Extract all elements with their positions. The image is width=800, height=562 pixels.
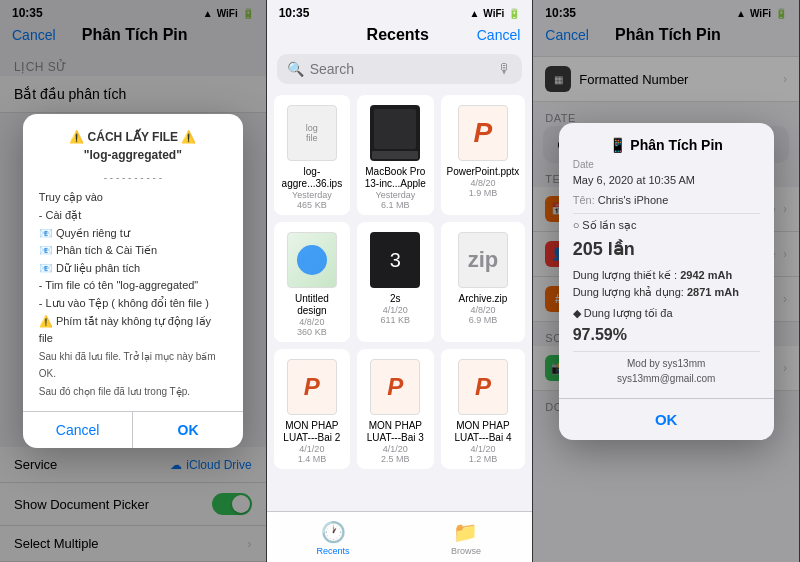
nav-title-2: Recents — [319, 26, 477, 44]
file-item-4[interactable]: Untitled design 4/8/20360 KB — [274, 222, 350, 342]
browse-label: Browse — [451, 546, 481, 556]
status-icons-2: ▲ WiFi 🔋 — [469, 8, 520, 19]
alert-overlay: 📱 Phân Tích Pin Date May 6, 2020 at 10:3… — [533, 0, 799, 562]
file-name-3: PowerPoint.pptx — [447, 166, 520, 178]
alert-count-line: ○ Số lần sạc — [573, 217, 760, 234]
signal-icon-2: ▲ — [469, 8, 479, 19]
cancel-button-2[interactable]: Cancel — [477, 27, 521, 43]
file-thumb-3: P — [455, 103, 511, 163]
alert-box: 📱 Phân Tích Pin Date May 6, 2020 at 10:3… — [559, 123, 774, 440]
alert-divider-1 — [573, 213, 760, 214]
file-meta-6: 4/8/206.9 MB — [469, 305, 498, 325]
file-meta-1: Yesterday465 KB — [292, 190, 332, 210]
recents-icon: 🕐 — [321, 520, 346, 544]
modal-title: ⚠️ CÁCH LẤY FILE ⚠️"log-aggregated" — [39, 128, 227, 164]
alert-max-value: 97.59% — [573, 323, 760, 347]
tab-recents[interactable]: 🕐 Recents — [267, 520, 400, 556]
zip-icon: zip — [468, 247, 499, 273]
file-item-7[interactable]: P MON PHAP LUAT---Bai 2 4/1/201.4 MB — [274, 349, 350, 469]
bottom-tabs: 🕐 Recents 📁 Browse — [267, 511, 533, 562]
file-meta-5: 4/1/20611 KB — [381, 305, 411, 325]
nav-bar-2: Recents Cancel — [267, 22, 533, 50]
alert-name-line: Tên: Chris's iPhone — [573, 192, 760, 209]
panel-1: 10:35 ▲ WiFi 🔋 Cancel Phân Tích Pin Lịch… — [0, 0, 267, 562]
modal-body: Truy cập vào - Cài đặt 📧 Quyền riêng tư … — [39, 189, 227, 400]
file-meta-2: Yesterday6.1 MB — [375, 190, 415, 210]
alert-title: 📱 Phân Tích Pin — [559, 123, 774, 157]
status-bar-2: 10:35 ▲ WiFi 🔋 — [267, 0, 533, 22]
file-thumb-8: P — [367, 357, 423, 417]
alert-design-cap-line: Dung lượng thiết kế : 2942 mAh — [573, 267, 760, 284]
alert-name-value: Chris's iPhone — [598, 194, 669, 206]
alert-body: Date May 6, 2020 at 10:35 AM Tên: Chris'… — [559, 157, 774, 398]
file-thumb-2 — [367, 103, 423, 163]
file-thumb-6: zip — [455, 230, 511, 290]
alert-mod-text: Mod by sys13mmsys13mm@gmail.com — [573, 356, 760, 386]
file-name-5: 2s — [390, 293, 401, 305]
file-thumb-4 — [284, 230, 340, 290]
modal-actions: Cancel OK — [23, 411, 243, 448]
pptx-icon: P — [474, 117, 493, 149]
alert-ok-button[interactable]: OK — [559, 398, 774, 440]
file-item-2[interactable]: MacBook Pro 13-inc...Apple Yesterday6.1 … — [357, 95, 433, 215]
modal-ok-button[interactable]: OK — [132, 412, 243, 448]
file-name-1: log-aggre...36.ips — [280, 166, 344, 190]
modal-overlay-1: ⚠️ CÁCH LẤY FILE ⚠️"log-aggregated" - - … — [0, 0, 266, 562]
panel-3: 10:35 ▲ WiFi 🔋 Cancel Phân Tích Pin ▦ Fo… — [533, 0, 800, 562]
alert-divider-2 — [573, 351, 760, 352]
file-thumb-7: P — [284, 357, 340, 417]
recents-label: Recents — [317, 546, 350, 556]
modal-content-1: ⚠️ CÁCH LẤY FILE ⚠️"log-aggregated" - - … — [23, 114, 243, 410]
file-name-7: MON PHAP LUAT---Bai 2 — [280, 420, 344, 444]
wifi-icon-2: WiFi — [483, 8, 504, 19]
panel-2: 10:35 ▲ WiFi 🔋 Recents Cancel 🔍 🎙 logfil… — [267, 0, 534, 562]
file-item-1[interactable]: logfile log-aggre...36.ips Yesterday465 … — [274, 95, 350, 215]
file-meta-3: 4/8/201.9 MB — [469, 178, 498, 198]
file-name-6: Archive.zip — [458, 293, 507, 305]
file-meta-4: 4/8/20360 KB — [297, 317, 327, 337]
battery-icon-2: 🔋 — [508, 8, 520, 19]
alert-date-value: May 6, 2020 at 10:35 AM — [573, 172, 760, 189]
modal-cancel-button[interactable]: Cancel — [23, 412, 133, 448]
file-name-9: MON PHAP LUAT---Bai 4 — [447, 420, 520, 444]
panel2-content: logfile log-aggre...36.ips Yesterday465 … — [267, 92, 533, 562]
alert-avail-cap-line: Dung lượng khả dụng: 2871 mAh — [573, 284, 760, 301]
file-item-6[interactable]: zip Archive.zip 4/8/206.9 MB — [441, 222, 526, 342]
alert-max-line: ◆ Dung lượng tối đa — [573, 305, 760, 322]
browse-icon: 📁 — [453, 520, 478, 544]
file-item-5[interactable]: 3 2s 4/1/20611 KB — [357, 222, 433, 342]
tab-browse[interactable]: 📁 Browse — [400, 520, 533, 556]
file-meta-8: 4/1/202.5 MB — [381, 444, 410, 464]
file-item-8[interactable]: P MON PHAP LUAT---Bai 3 4/1/202.5 MB — [357, 349, 433, 469]
time-2: 10:35 — [279, 6, 310, 20]
search-bar[interactable]: 🔍 🎙 — [277, 54, 523, 84]
file-item-3[interactable]: P PowerPoint.pptx 4/8/201.9 MB — [441, 95, 526, 215]
file-thumb-5: 3 — [367, 230, 423, 290]
search-icon: 🔍 — [287, 61, 304, 77]
modal-divider-text: - - - - - - - - - - — [39, 170, 227, 185]
search-input[interactable] — [310, 61, 493, 77]
file-name-4: Untitled design — [280, 293, 344, 317]
file-thumb-1: logfile — [284, 103, 340, 163]
alert-count-value: 205 lần — [573, 236, 760, 263]
alert-date-label: Date — [573, 157, 760, 172]
alert-name-label: Tên: — [573, 194, 598, 206]
modal-box-1: ⚠️ CÁCH LẤY FILE ⚠️"log-aggregated" - - … — [23, 114, 243, 447]
file-name-8: MON PHAP LUAT---Bai 3 — [363, 420, 427, 444]
file-meta-9: 4/1/201.2 MB — [469, 444, 498, 464]
file-meta-7: 4/1/201.4 MB — [298, 444, 327, 464]
file-item-9[interactable]: P MON PHAP LUAT---Bai 4 4/1/201.2 MB — [441, 349, 526, 469]
file-name-2: MacBook Pro 13-inc...Apple — [363, 166, 427, 190]
files-grid: logfile log-aggre...36.ips Yesterday465 … — [267, 92, 533, 472]
file-thumb-9: P — [455, 357, 511, 417]
mic-icon: 🎙 — [498, 61, 512, 77]
